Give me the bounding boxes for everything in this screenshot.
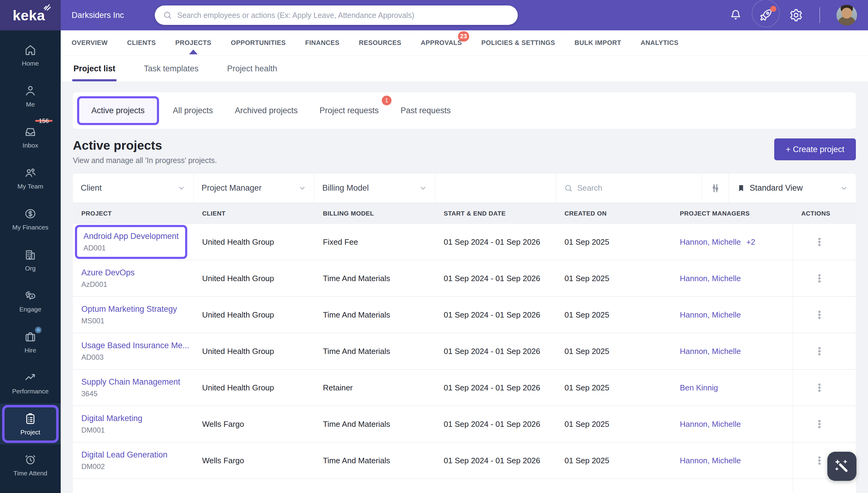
global-search[interactable]: [155, 5, 518, 25]
project-link[interactable]: Digital Lead Generation: [81, 450, 168, 459]
table-row: Usage Based Insurance Me...AD003United H…: [73, 333, 856, 370]
nav-tab-bulk-import[interactable]: BULK IMPORT: [575, 39, 621, 47]
project-code: AzD001: [81, 280, 135, 289]
column-header-created-on: CREATED ON: [556, 210, 671, 217]
project-manager-filter-dropdown[interactable]: Project Manager: [194, 174, 314, 202]
sidebar-icon-wrap: [24, 43, 37, 56]
sidebar-item-label: Me: [26, 101, 35, 108]
row-actions-menu[interactable]: [793, 370, 856, 406]
subtab-project-list[interactable]: Project list: [73, 64, 115, 81]
sidebar-icon-wrap: [24, 84, 37, 97]
nav-tab-overview[interactable]: OVERVIEW: [72, 39, 108, 47]
filter-tab-all-projects[interactable]: All projects: [162, 106, 224, 115]
sidebar-item-project[interactable]: Project: [0, 404, 61, 445]
magic-assistant-fab[interactable]: [827, 452, 856, 481]
subtab-task-templates[interactable]: Task templates: [144, 64, 199, 81]
approvals-count-badge: 23: [458, 31, 469, 42]
manager-link[interactable]: Hannon, Michelle: [680, 420, 741, 429]
nav-tab-clients[interactable]: CLIENTS: [127, 39, 156, 47]
project-link[interactable]: Supply Chain Management: [81, 377, 180, 387]
sidebar-item-time-attend[interactable]: Time Attend: [0, 445, 61, 486]
project-requests-badge: 1: [382, 95, 392, 105]
sidebar-item-me[interactable]: Me: [0, 76, 61, 116]
row-actions-menu[interactable]: [793, 297, 856, 333]
subtab-project-health[interactable]: Project health: [227, 64, 277, 81]
sidebar-item-my-finances[interactable]: My Finances: [0, 198, 61, 239]
magic-wand-icon: [833, 457, 851, 475]
table-header-row: PROJECTCLIENTBILLING MODELSTART & END DA…: [73, 203, 856, 224]
row-actions-menu[interactable]: [793, 224, 856, 260]
user-avatar[interactable]: [837, 5, 857, 25]
manager-link[interactable]: Hannon, Michelle: [680, 456, 741, 465]
filter-tab-archived-projects[interactable]: Archived projects: [224, 106, 309, 115]
filter-tab-past-requests[interactable]: Past requests: [390, 106, 462, 115]
view-selector-label: Standard View: [750, 184, 803, 193]
bookmark-icon: [737, 184, 745, 192]
nav-tab-label: BULK IMPORT: [575, 39, 621, 46]
rocket-icon[interactable]: [759, 8, 773, 22]
nav-tab-analytics[interactable]: ANALYTICS: [641, 39, 678, 47]
project-managers-cell: Ben Kinnig: [671, 370, 793, 406]
column-header-billing-model: BILLING MODEL: [314, 210, 435, 217]
view-selector-dropdown[interactable]: Standard View: [729, 174, 856, 202]
nav-tab-projects[interactable]: PROJECTS: [175, 39, 211, 47]
billing-model-cell: Fixed Fee: [314, 224, 435, 260]
managers-extra-count[interactable]: +2: [746, 237, 755, 247]
sidebar-item-my-team[interactable]: My Team: [0, 157, 61, 198]
nav-tab-resources[interactable]: RESOURCES: [359, 39, 401, 47]
bell-icon[interactable]: [729, 8, 742, 22]
project-link[interactable]: Usage Based Insurance Me...: [81, 341, 190, 350]
row-actions-menu[interactable]: [793, 479, 856, 493]
filter-tab-active-projects[interactable]: Active projects: [77, 96, 159, 125]
content-area: Active projectsAll projectsArchived proj…: [61, 81, 868, 493]
table-body: Android App DevelopmentAD001United Healt…: [73, 224, 856, 493]
client-cell: Wells Fargo: [194, 406, 314, 442]
manager-link[interactable]: Hannon, Michelle: [680, 274, 741, 283]
filter-spacer-cell: [435, 174, 556, 202]
project-code: 3645: [81, 389, 180, 398]
sidebar-icon-wrap: 156: [24, 125, 37, 138]
billing-model-cell: Time And Materials: [314, 443, 435, 478]
nav-tab-label: POLICIES & SETTINGS: [481, 39, 555, 46]
sidebar-item-home[interactable]: Home: [0, 35, 61, 76]
created-on-cell: 01 Sep 2025: [556, 370, 671, 406]
sidebar-item-label: Engage: [19, 306, 41, 313]
nav-tab-approvals[interactable]: APPROVALS23: [421, 39, 462, 47]
nav-tab-opportunities[interactable]: OPPORTUNITIES: [231, 39, 286, 47]
manager-link[interactable]: Ben Kinnig: [680, 383, 718, 392]
manager-link[interactable]: Hannon, Michelle: [680, 310, 741, 320]
row-actions-menu[interactable]: [793, 260, 856, 296]
sidebar-item-hire[interactable]: Hire: [0, 321, 61, 362]
global-search-input[interactable]: [177, 11, 510, 20]
sidebar-item-org[interactable]: Org: [0, 239, 61, 280]
row-actions-menu[interactable]: [793, 406, 856, 442]
sidebar-item-engage[interactable]: Engage: [0, 280, 61, 321]
project-link[interactable]: Android App Development: [84, 232, 179, 241]
sidebar-icon-wrap: [24, 371, 37, 384]
create-project-button[interactable]: + Create project: [774, 138, 856, 160]
nav-tab-finances[interactable]: FINANCES: [305, 39, 339, 47]
project-managers-cell: Hannon, Michelle: [671, 297, 793, 333]
project-link[interactable]: Optum Marketing Strategy: [81, 304, 177, 314]
table-search-input[interactable]: [577, 184, 693, 193]
project-link[interactable]: Azure DevOps: [81, 268, 135, 277]
annotation-highlight: Android App DevelopmentAD001: [75, 225, 187, 259]
created-on-cell: 01 Sep 2025: [556, 297, 671, 333]
project-filter-tabs: Active projectsAll projectsArchived proj…: [73, 92, 856, 129]
filter-tab-project-requests[interactable]: Project requests1: [309, 106, 390, 115]
row-actions-menu[interactable]: [793, 333, 856, 369]
gear-icon[interactable]: [789, 8, 803, 22]
billing-model-cell: Time And Materials: [314, 260, 435, 296]
start-end-date-cell: 01 Sep 2024 - 01 Sep 2026: [435, 297, 556, 333]
billing-model-filter-dropdown[interactable]: Billing Model: [314, 174, 435, 202]
keka-logo-block[interactable]: keka: [0, 0, 61, 30]
manager-link[interactable]: Hannon, Michelle: [680, 237, 741, 247]
manager-link[interactable]: Hannon, Michelle: [680, 347, 741, 356]
project-link[interactable]: Digital Marketing: [81, 414, 142, 423]
sidebar-item-inbox[interactable]: 156Inbox: [0, 116, 61, 157]
client-filter-dropdown[interactable]: Client: [73, 174, 194, 202]
column-settings-button[interactable]: [702, 174, 729, 202]
nav-tab-policies-settings[interactable]: POLICIES & SETTINGS: [481, 39, 555, 47]
sidebar-item-performance[interactable]: Performance: [0, 362, 61, 404]
table-search[interactable]: [556, 174, 702, 202]
